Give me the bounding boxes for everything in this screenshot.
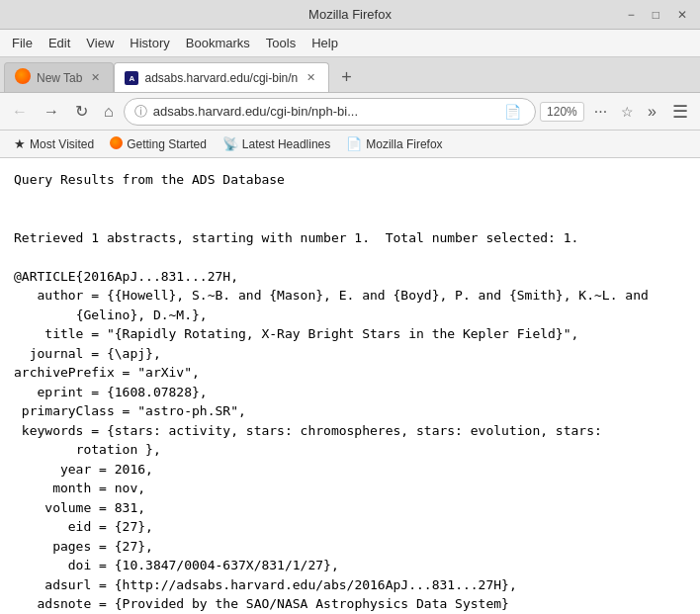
menu-tools[interactable]: Tools: [258, 32, 304, 54]
tabbar: New Tab ✕ A adsabs.harvard.edu/cgi-bin/n…: [0, 57, 700, 93]
bookmark-most-visited[interactable]: ★ Most Visited: [8, 133, 100, 154]
most-visited-icon: ★: [14, 136, 26, 151]
close-button[interactable]: ✕: [672, 6, 692, 24]
reload-button[interactable]: ↻: [69, 98, 94, 125]
tab-newtab-label: New Tab: [37, 71, 82, 85]
address-input[interactable]: [153, 104, 494, 119]
content-area: Query Results from the ADS Database Retr…: [0, 158, 700, 614]
back-button[interactable]: ←: [6, 99, 34, 125]
menu-bookmarks[interactable]: Bookmarks: [178, 32, 258, 54]
reader-mode-button[interactable]: 📄: [500, 102, 525, 122]
minimize-button[interactable]: −: [623, 6, 640, 24]
tab-ads-close[interactable]: ✕: [304, 70, 318, 85]
bookmark-mozilla-firefox[interactable]: 📄 Mozilla Firefox: [340, 133, 448, 154]
info-icon: ⓘ: [134, 103, 147, 121]
firefox-favicon: [15, 68, 31, 87]
menu-edit[interactable]: Edit: [41, 32, 78, 54]
bookmark-mozilla-firefox-label: Mozilla Firefox: [366, 137, 442, 151]
bookmark-most-visited-label: Most Visited: [30, 137, 94, 151]
mozilla-firefox-icon: 📄: [346, 136, 362, 151]
bookmark-getting-started-label: Getting Started: [127, 137, 207, 151]
bookmark-latest-headlines[interactable]: 📡 Latest Headlines: [217, 133, 336, 154]
bookmark-latest-headlines-label: Latest Headlines: [242, 137, 330, 151]
window-title: Mozilla Firefox: [308, 7, 392, 22]
ads-favicon: A: [125, 70, 138, 86]
more-button[interactable]: ···: [588, 99, 613, 125]
tab-newtab-close[interactable]: ✕: [88, 70, 103, 85]
forward-button[interactable]: →: [38, 99, 65, 125]
bookmark-getting-started[interactable]: Getting Started: [104, 133, 213, 155]
extensions-button[interactable]: »: [642, 99, 662, 125]
titlebar: Mozilla Firefox − □ ✕: [0, 0, 700, 30]
tab-ads[interactable]: A adsabs.harvard.edu/cgi-bin/n ✕: [114, 62, 329, 92]
hamburger-menu-button[interactable]: ☰: [666, 97, 694, 127]
tab-ads-label: adsabs.harvard.edu/cgi-bin/n: [144, 71, 298, 85]
bookmarks-bar: ★ Most Visited Getting Started 📡 Latest …: [0, 131, 700, 158]
window-controls: − □ ✕: [623, 6, 692, 24]
address-actions: 📄: [500, 102, 525, 122]
tab-newtab[interactable]: New Tab ✕: [4, 62, 114, 92]
menu-file[interactable]: File: [4, 32, 41, 54]
address-bar: ⓘ 📄: [124, 98, 536, 126]
new-tab-button[interactable]: +: [333, 63, 360, 92]
menubar: File Edit View History Bookmarks Tools H…: [0, 30, 700, 57]
menu-history[interactable]: History: [122, 32, 177, 54]
menu-view[interactable]: View: [78, 32, 122, 54]
navbar: ← → ↻ ⌂ ⓘ 📄 120% ··· ☆ » ☰: [0, 93, 700, 131]
zoom-display: 120%: [540, 102, 584, 122]
content-text: Query Results from the ADS Database Retr…: [14, 170, 686, 614]
home-button[interactable]: ⌂: [98, 99, 120, 125]
latest-headlines-icon: 📡: [222, 136, 238, 151]
maximize-button[interactable]: □: [648, 6, 664, 24]
getting-started-icon: [110, 136, 123, 152]
menu-help[interactable]: Help: [304, 32, 346, 54]
bookmark-star-button[interactable]: ☆: [617, 102, 638, 122]
